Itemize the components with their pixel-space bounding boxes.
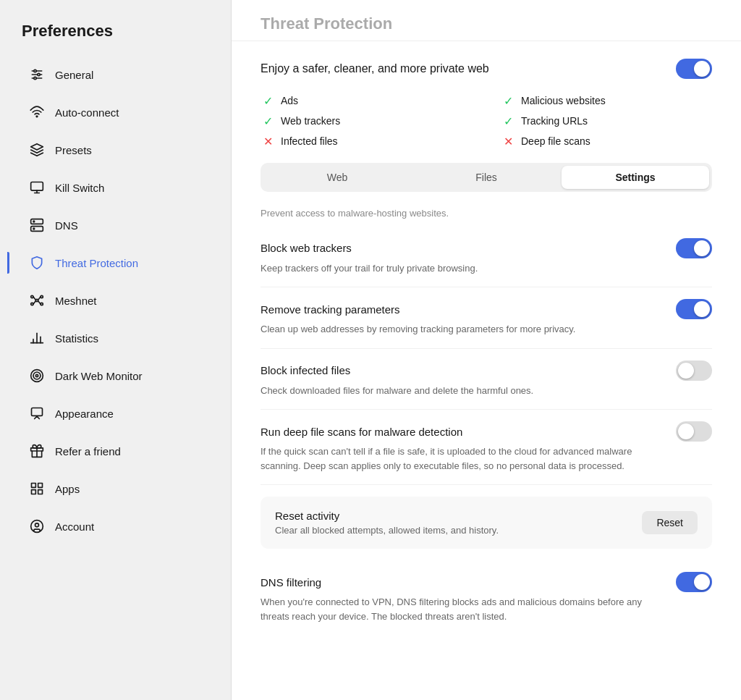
sidebar-item-label: General (55, 69, 93, 81)
sidebar-item-autoconnect[interactable]: Auto-connect (7, 94, 224, 130)
svg-line-23 (38, 301, 41, 304)
status-item-ads: ✓ Ads (261, 93, 472, 108)
sidebar-item-label: Auto-connect (55, 106, 119, 119)
setting-title-infectedfiles: Block infected files (261, 364, 350, 376)
status-label-infectedfiles: Infected files (281, 135, 338, 147)
setting-desc-infectedfiles: Check downloaded files for malware and d… (261, 384, 666, 398)
sidebar-item-label: Appearance (55, 408, 114, 420)
server-icon (29, 217, 45, 233)
main-toggle-slider (676, 59, 712, 79)
status-item-deepscans: ✕ Deep file scans (501, 134, 712, 148)
svg-rect-37 (38, 490, 43, 494)
sidebar-item-refer[interactable]: Refer a friend (7, 433, 224, 469)
target-icon (29, 368, 45, 384)
setting-block-trackingparams: Remove tracking parameters Clean up web … (261, 287, 712, 349)
sidebar-item-account[interactable]: Account (7, 508, 224, 544)
content-area: Enjoy a safer, cleaner, and more private… (232, 41, 741, 652)
status-label-trackingurls: Tracking URLs (521, 115, 588, 127)
setting-header-infectedfiles: Block infected files (261, 360, 712, 381)
sidebar-item-statistics[interactable]: Statistics (7, 320, 224, 356)
layers-icon (29, 142, 45, 158)
sidebar-item-presets[interactable]: Presets (7, 132, 224, 168)
toggle-dns[interactable] (676, 572, 712, 592)
sliders-icon (29, 67, 45, 83)
sidebar-item-meshnet[interactable]: Meshnet (7, 282, 224, 319)
status-label-deepscans: Deep file scans (521, 135, 590, 147)
svg-rect-34 (32, 484, 36, 488)
svg-line-20 (33, 297, 35, 300)
sidebar-item-label: Kill Switch (55, 182, 104, 194)
sidebar-item-label: Threat Protection (55, 257, 138, 269)
setting-header-deepscans: Run deep file scans for malware detectio… (261, 421, 712, 442)
reset-activity-block: Reset activity Clear all blocked attempt… (261, 497, 712, 549)
sidebar-item-label: Account (55, 520, 94, 533)
shield-icon (29, 255, 45, 271)
status-grid: ✓ Ads ✓ Malicious websites ✓ Web tracker… (261, 93, 712, 148)
sidebar-item-label: DNS (55, 219, 78, 232)
status-dot-deepscans: ✕ (501, 134, 515, 148)
status-label-ads: Ads (281, 95, 298, 106)
reset-activity-text: Reset activity Clear all blocked attempt… (275, 510, 499, 536)
svg-marker-7 (31, 144, 43, 150)
status-label-malicious: Malicious websites (521, 95, 606, 106)
main-toggle-label: Enjoy a safer, cleaner, and more private… (261, 62, 489, 75)
sidebar-item-label: Presets (55, 144, 92, 156)
status-dot-webtrackers: ✓ (261, 114, 275, 128)
setting-desc-trackingparams: Clean up web addresses by removing track… (261, 322, 666, 337)
toggle-infectedfiles[interactable] (676, 360, 712, 381)
user-circle-icon (29, 518, 45, 534)
svg-point-39 (35, 523, 39, 527)
toggle-webtrackers[interactable] (676, 238, 712, 258)
setting-desc-deepscans: If the quick scan can't tell if a file i… (261, 444, 666, 473)
status-item-webtrackers: ✓ Web trackers (261, 114, 472, 128)
sidebar-item-label: Refer a friend (55, 445, 121, 457)
tab-files[interactable]: Files (412, 166, 560, 189)
reset-button[interactable]: Reset (642, 511, 698, 534)
sidebar-item-dns[interactable]: DNS (7, 207, 224, 243)
sidebar-item-appearance[interactable]: Appearance (7, 395, 224, 431)
sidebar-item-killswitch[interactable]: Kill Switch (7, 169, 224, 206)
setting-desc-dns: When you're connected to VPN, DNS filter… (261, 595, 666, 623)
setting-header-dns: DNS filtering (261, 572, 712, 592)
page-title: Threat Protection (261, 14, 712, 33)
tab-settings[interactable]: Settings (562, 166, 709, 189)
sidebar-item-apps[interactable]: Apps (7, 471, 224, 507)
svg-rect-35 (38, 484, 43, 488)
status-item-infectedfiles: ✕ Infected files (261, 134, 472, 148)
main-toggle-row: Enjoy a safer, cleaner, and more private… (261, 59, 712, 79)
wifi-icon (29, 104, 45, 120)
svg-line-21 (38, 297, 41, 300)
svg-point-5 (34, 77, 36, 79)
reset-activity-title: Reset activity (275, 510, 499, 522)
sidebar-item-label: Statistics (55, 332, 98, 345)
svg-point-14 (33, 228, 35, 229)
toggle-deepscans-slider (676, 421, 712, 442)
sidebar-item-label: Apps (55, 483, 80, 495)
setting-desc-webtrackers: Keep trackers off your trail for truly p… (261, 261, 666, 276)
svg-line-22 (33, 301, 35, 304)
toggle-infectedfiles-slider (676, 360, 712, 381)
reset-activity-desc: Clear all blocked attempts, allowed item… (275, 525, 499, 536)
grid-icon (29, 481, 45, 497)
svg-rect-31 (32, 408, 43, 416)
setting-block-webtrackers: Block web trackers Keep trackers off you… (261, 227, 712, 288)
svg-point-4 (38, 73, 40, 75)
status-dot-malicious: ✓ (501, 93, 515, 108)
tab-web[interactable]: Web (263, 166, 411, 189)
sidebar-item-general[interactable]: General (7, 56, 224, 93)
sidebar-item-label: Meshnet (55, 295, 97, 307)
sidebar-item-threatprotection[interactable]: Threat Protection (7, 245, 224, 281)
status-item-trackingurls: ✓ Tracking URLs (501, 114, 712, 128)
toggle-trackingparams-slider (676, 299, 712, 319)
setting-block-infectedfiles: Block infected files Check downloaded fi… (261, 349, 712, 410)
sidebar-item-label: Dark Web Monitor (55, 370, 143, 382)
toggle-dns-slider (676, 572, 712, 592)
toggle-deepscans[interactable] (676, 421, 712, 442)
setting-title-trackingparams: Remove tracking parameters (261, 303, 400, 316)
sidebar-item-darkweb[interactable]: Dark Web Monitor (7, 358, 224, 394)
toggle-trackingparams[interactable] (676, 299, 712, 319)
setting-header-trackingparams: Remove tracking parameters (261, 299, 712, 319)
main-toggle[interactable] (676, 59, 712, 79)
svg-rect-36 (32, 490, 36, 494)
svg-point-3 (34, 69, 36, 72)
